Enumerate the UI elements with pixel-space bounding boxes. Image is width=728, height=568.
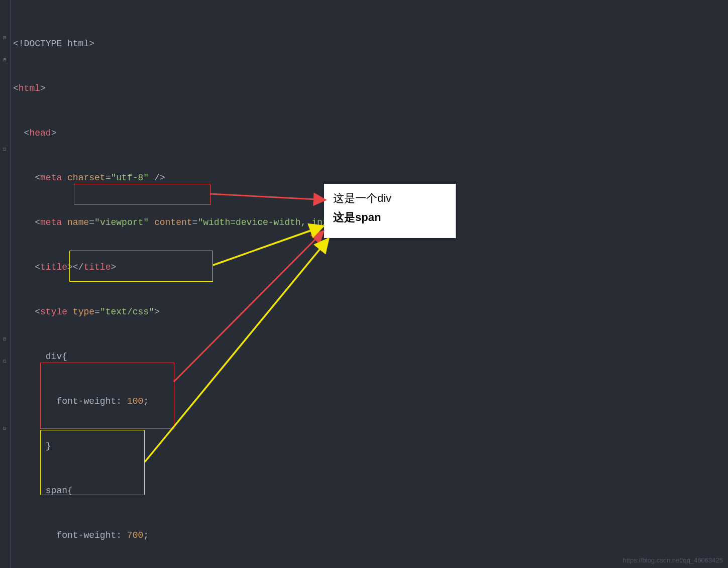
tag-name: title (40, 262, 67, 272)
css-value: 700 (127, 530, 143, 540)
fold-icon[interactable]: ⊟ (2, 359, 8, 365)
brace: } (46, 441, 51, 451)
bracket: < (13, 83, 19, 93)
preview-span-text: 这是span (333, 210, 447, 225)
css-property: font-weight: (56, 530, 127, 540)
bracket: < (35, 262, 40, 272)
watermark: https://blog.csdn.net/qq_46063425 (623, 556, 723, 564)
fold-icon[interactable]: ⊟ (2, 426, 8, 432)
code-editor[interactable]: <!DOCTYPE html> <html> <head> <meta char… (13, 10, 404, 568)
css-property: font-weight: (56, 396, 127, 406)
fold-icon[interactable]: ⊟ (2, 57, 8, 63)
css-selector: span{ (46, 486, 73, 496)
tag-name: meta (40, 173, 62, 183)
css-selector: div{ (46, 352, 67, 362)
bracket: > (40, 83, 46, 93)
attr-name: type (73, 307, 94, 317)
bracket: < (24, 128, 30, 138)
bracket: > (51, 128, 57, 138)
attr-value: "utf-8" (111, 173, 149, 183)
attr-name: name (67, 217, 89, 228)
tag-name: meta (40, 217, 62, 228)
bracket: < (35, 173, 40, 183)
attr-name: charset (67, 173, 106, 183)
attr-value: "viewport" (94, 217, 149, 228)
tag-name: title (83, 262, 111, 272)
css-value: 100 (127, 396, 143, 406)
preview-div-text: 这是一个div (333, 191, 447, 206)
browser-preview: 这是一个div 这是span (324, 184, 456, 238)
bracket: < (35, 217, 40, 228)
fold-icon[interactable]: ⊟ (2, 35, 8, 41)
attr-name: content (154, 217, 192, 228)
tag-name: style (40, 307, 67, 317)
tag-name: html (19, 83, 40, 93)
fold-icon[interactable]: ⊟ (2, 147, 8, 153)
fold-icon[interactable]: ⊟ (2, 336, 8, 343)
tag-name: head (29, 128, 51, 138)
bracket: < (35, 307, 40, 317)
gutter: ⊟ ⊟ ⊟ ⊟ ⊟ ⊟ (0, 0, 11, 568)
code-text: <!DOCTYPE html> (13, 39, 94, 49)
attr-value: "text/css" (100, 307, 154, 317)
